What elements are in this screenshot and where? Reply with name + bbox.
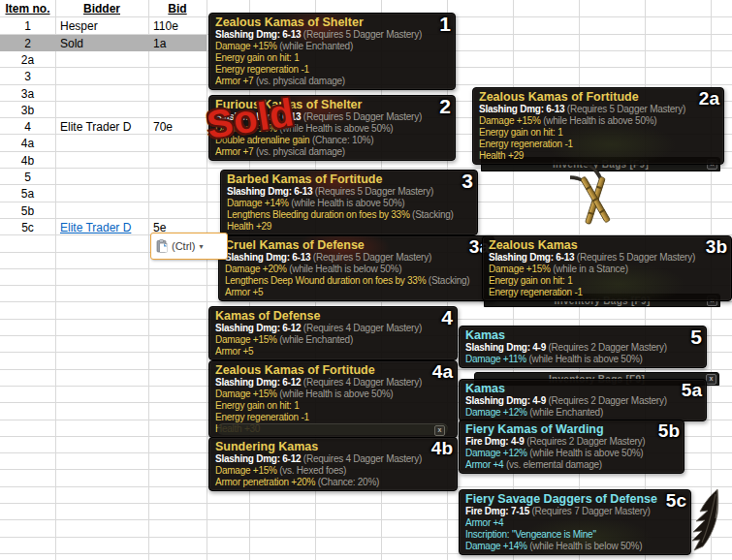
item-name: Kamas: [465, 328, 700, 342]
tooltip-stat-line: Slashing Dmg: 6-12 (Requires 4 Dagger Ma…: [215, 377, 451, 389]
cell-bidder[interactable]: [55, 152, 153, 169]
stat-segment-stat: Slashing Dmg: 6-12: [215, 323, 301, 333]
cell-bidder[interactable]: [55, 135, 153, 151]
cell-bidder[interactable]: [55, 202, 153, 219]
stat-segment-gold: Armor +7: [215, 146, 253, 157]
cell-item-no[interactable]: 2a: [0, 51, 55, 68]
cell-item-no[interactable]: 4a: [0, 135, 55, 151]
tooltip-stat-line: Damage +15% (while Health is above 50%): [479, 115, 717, 127]
close-icon: x: [434, 425, 445, 436]
cell-item-no[interactable]: 3a: [0, 85, 55, 102]
stat-segment-gold: Armor +7: [215, 76, 253, 86]
tooltip-stat-line: Damage +12% (while Health is above 50%): [465, 448, 678, 459]
cell-bidder[interactable]: Sold: [55, 35, 153, 51]
cell-bid[interactable]: [148, 152, 211, 169]
cell-bidder[interactable]: [55, 169, 153, 185]
cell-bid[interactable]: [148, 135, 211, 151]
item-tooltip-4: Kamas of DefenseSlashing Dmg: 6-12 (Requ…: [208, 306, 458, 360]
stat-segment-gray: (Requires 5 Dagger Mastery): [301, 29, 422, 40]
tooltip-stat-line: Slashing Dmg: 6-13 (Requires 5 Dagger Ma…: [215, 29, 449, 41]
stat-segment-gold: Lengthens Deep Wound duration on foes by…: [225, 275, 426, 286]
cell-bid[interactable]: [148, 169, 211, 185]
column-header-item-no[interactable]: Item no.: [0, 0, 55, 16]
stat-segment-blue: Damage +11%: [465, 354, 526, 364]
cell-item-no[interactable]: 5a: [0, 185, 55, 202]
item-name: Zealous Kamas: [489, 238, 725, 252]
cell-bid[interactable]: [148, 102, 211, 118]
item-name: Zealous Kamas of Fortitude: [215, 363, 451, 377]
stat-segment-gray: (Chance: 10%): [309, 135, 373, 145]
stat-segment-stat: Fire Dmg: 4-9: [465, 436, 525, 447]
column-header-bid[interactable]: Bid: [148, 0, 207, 16]
cell-bid[interactable]: [148, 51, 211, 68]
stat-segment-gray: (while Health is above 50%): [541, 115, 657, 126]
stat-segment-stat: Slashing Dmg: 6-13: [489, 252, 574, 263]
cell-bidder[interactable]: [55, 102, 153, 118]
item-name: Cruel Kamas of Defense: [225, 238, 488, 252]
cell-bid[interactable]: 70e: [148, 118, 211, 135]
stat-segment-gray: (Requires 2 Dagger Mastery): [525, 436, 646, 447]
stat-segment-gold: Damage +15%: [479, 115, 541, 126]
stat-segment-blue: Armor +4: [465, 459, 503, 470]
cell-item-no[interactable]: 4: [0, 118, 55, 135]
stat-segment-gold: Damage +15%: [215, 334, 277, 345]
cell-bid[interactable]: 1a: [148, 35, 211, 51]
item-tooltip-2a: Zealous Kamas of FortitudeSlashing Dmg: …: [472, 87, 724, 165]
cell-item-no[interactable]: 1: [0, 17, 55, 34]
cell-bidder[interactable]: Elite Trader D: [55, 118, 153, 135]
tooltip-stat-line: Damage +12% (while Enchanted): [465, 407, 700, 419]
cell-item-no[interactable]: 3b: [0, 102, 55, 118]
cell-bid[interactable]: [148, 185, 211, 202]
column-header-bidder[interactable]: Bidder: [55, 0, 148, 16]
cell-bid[interactable]: [148, 68, 211, 84]
tooltip-stat-line: Armor +4: [465, 517, 684, 529]
cell-bidder[interactable]: [55, 185, 153, 202]
cell-bid[interactable]: 110e: [148, 17, 211, 34]
cell-item-no[interactable]: 5: [0, 169, 55, 185]
item-tooltip-5a: KamasSlashing Dmg: 4-9 (Requires 2 Dagge…: [459, 379, 707, 421]
item-name: Kamas: [465, 382, 700, 395]
cell-bid[interactable]: [148, 202, 211, 219]
stat-segment-stat: Slashing Dmg: 4-9: [465, 395, 546, 406]
tooltip-stat-line: Energy gain on hit: 1: [215, 52, 449, 64]
tooltip-stat-line: Health +29: [479, 150, 717, 162]
cell-item-no[interactable]: 3: [0, 68, 55, 84]
tooltip-stat-line: Damage +14% (while Health is above 50%): [227, 198, 471, 209]
cell-bidder[interactable]: [55, 85, 153, 102]
cell-item-no[interactable]: 4b: [0, 152, 55, 169]
stat-segment-gray: (Requires 5 Dagger Mastery): [310, 252, 431, 263]
bidder-link[interactable]: Elite Trader D: [60, 221, 131, 234]
stat-segment-gold: Energy regeneration -1: [489, 287, 583, 297]
tooltip-number-badge: 5b: [658, 420, 680, 442]
item-name: Fiery Savage Daggers of Defense: [465, 492, 684, 506]
item-name: Fiery Kamas of Warding: [465, 422, 678, 436]
cell-item-no[interactable]: 5c: [0, 219, 55, 235]
tooltip-stat-line: Energy gain on hit: 1: [215, 400, 451, 412]
cell-bidder[interactable]: [55, 51, 153, 68]
stat-segment-gray: (while Health is above 50%): [277, 389, 394, 399]
stat-segment-gold: Energy gain on hit: 1: [215, 52, 299, 63]
stat-segment-gray: (Requires 4 Dagger Mastery): [301, 453, 422, 464]
tooltip-number-badge: 2a: [699, 88, 719, 109]
cell-bidder[interactable]: Elite Trader D: [55, 219, 153, 235]
cell-bidder[interactable]: [55, 68, 153, 84]
cell-bidder[interactable]: Hesper: [55, 17, 153, 34]
stat-segment-gray: (Requires 2 Dagger Mastery): [546, 395, 667, 406]
item-tooltip-3b: Zealous KamasSlashing Dmg: 6-13 (Require…: [482, 235, 732, 301]
stat-segment-stat: Slashing Dmg: 6-12: [215, 377, 301, 388]
crossed-kamas-icon: [570, 163, 621, 229]
close-icon: x: [706, 374, 716, 385]
cell-bid[interactable]: [148, 85, 211, 102]
stat-segment-gold: Damage +15%: [489, 264, 551, 274]
item-tooltip-5: KamasSlashing Dmg: 4-9 (Requires 2 Dagge…: [459, 326, 707, 368]
tooltip-number-badge: 5: [690, 327, 702, 348]
tooltip-stat-line: Energy regeneration -1: [489, 287, 725, 298]
cell-item-no[interactable]: 2: [0, 35, 55, 51]
cell-item-no[interactable]: 5b: [0, 202, 55, 219]
tooltip-number-badge: 5c: [666, 490, 686, 512]
tooltip-stat-line: Damage +15% (while Enchanted): [215, 334, 451, 346]
clipboard-icon: [155, 239, 169, 253]
item-tooltip-3: Barbed Kamas of FortitudeSlashing Dmg: 6…: [220, 170, 478, 235]
stat-segment-gray: (Requires 7 Dagger Mastery): [529, 506, 651, 516]
paste-options-button[interactable]: (Ctrl) ▾: [150, 233, 228, 260]
